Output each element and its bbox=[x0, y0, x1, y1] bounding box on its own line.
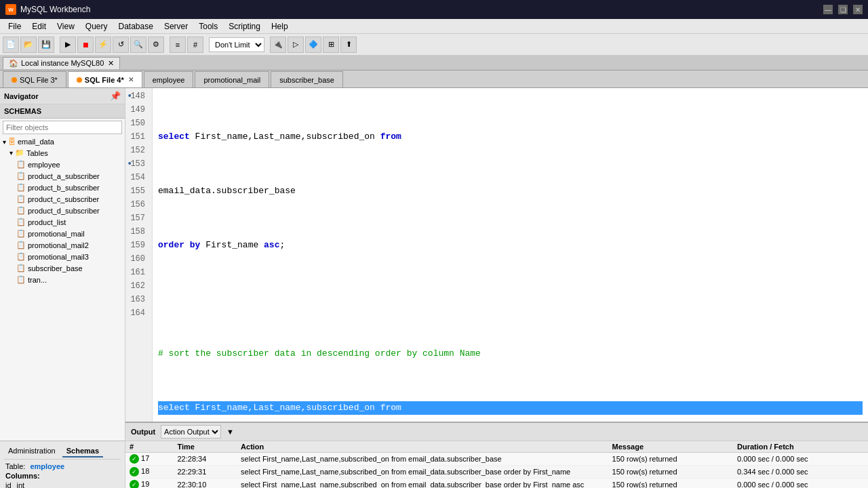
minimize-button[interactable]: — bbox=[823, 5, 833, 14]
tab-label-sqlfile4: SQL File 4* bbox=[85, 76, 124, 84]
sidebar-tab-admin[interactable]: Administration bbox=[4, 445, 60, 458]
schema-button[interactable]: 🔷 bbox=[305, 37, 321, 53]
tree-item-promo-mail3[interactable]: 📋 promotional_mail3 bbox=[0, 251, 125, 262]
stop-button[interactable]: ⏹ bbox=[77, 37, 94, 53]
editor-content[interactable]: select First_name,Last_name,subscribed_o… bbox=[153, 88, 868, 422]
tree-label-product-c: product_c_subscriber bbox=[28, 195, 99, 203]
info-section: Table: employee Columns: id int salary i… bbox=[4, 460, 121, 488]
tree-item-subscriber-base[interactable]: 📋 subscriber_base bbox=[0, 262, 125, 274]
col-header-message: Message bbox=[608, 441, 733, 453]
menu-server[interactable]: Server bbox=[159, 20, 193, 33]
sidebar: Navigator 📌 SCHEMAS ▾ 🗄 email_data ▾ 📁 T… bbox=[0, 88, 125, 488]
tree-item-employee[interactable]: 📋 employee bbox=[0, 159, 125, 170]
tree-item-promo-mail2[interactable]: 📋 promotional_mail2 bbox=[0, 239, 125, 251]
tab-sqlfile3[interactable]: SQL File 3* bbox=[3, 71, 66, 87]
ln-158: 158 bbox=[125, 225, 149, 239]
info-label-row: Table: employee bbox=[5, 462, 119, 470]
ln-159: 159 bbox=[125, 239, 149, 252]
table-icon-promo: 📋 bbox=[16, 229, 26, 238]
main-area: Navigator 📌 SCHEMAS ▾ 🗄 email_data ▾ 📁 T… bbox=[0, 88, 868, 488]
table-icon-product-d: 📋 bbox=[16, 206, 26, 215]
tree-item-product-d[interactable]: 📋 product_d_subscriber bbox=[0, 205, 125, 216]
tree-label-product-b: product_b_subscriber bbox=[28, 184, 100, 192]
folder-icon: 📁 bbox=[15, 148, 24, 157]
tab-subscriber-base[interactable]: subscriber_base bbox=[271, 71, 343, 87]
new-file-button[interactable]: 📄 bbox=[3, 37, 19, 53]
refresh-button[interactable]: ↺ bbox=[113, 37, 129, 53]
table-row: ✓ 19 22:30:10 select First_name,Last_nam… bbox=[125, 479, 868, 489]
tree-item-tran[interactable]: 📋 tran... bbox=[0, 274, 125, 285]
tree-item-tables[interactable]: ▾ 📁 Tables bbox=[0, 147, 125, 159]
ln-160: 160 bbox=[125, 252, 149, 266]
app-icon: W bbox=[5, 4, 16, 15]
menu-file[interactable]: File bbox=[3, 20, 26, 33]
table-icon-tran: 📋 bbox=[16, 275, 26, 284]
limit-dropdown[interactable]: Don't Limit bbox=[209, 37, 264, 52]
tree-item-product-list[interactable]: 📋 product_list bbox=[0, 216, 125, 228]
tree-label-tables: Tables bbox=[26, 149, 48, 157]
info-columns: id int salary int bbox=[5, 481, 119, 488]
ln-149: 149 bbox=[125, 103, 149, 117]
database-icon: 🗄 bbox=[8, 138, 16, 146]
comment-button[interactable]: # bbox=[187, 37, 203, 53]
tree-item-promo-mail[interactable]: 📋 promotional_mail bbox=[0, 228, 125, 239]
tab-active-modified-indicator bbox=[77, 77, 82, 83]
tree-item-email-data[interactable]: ▾ 🗄 email_data bbox=[0, 136, 125, 147]
grid-button[interactable]: ⊞ bbox=[323, 37, 339, 53]
output-dropdown-arrow[interactable]: ▼ bbox=[226, 428, 234, 436]
format-button[interactable]: ≡ bbox=[170, 37, 186, 53]
sidebar-pin-icon[interactable]: 📌 bbox=[110, 91, 121, 101]
tab-sqlfile4[interactable]: SQL File 4* ✕ bbox=[68, 71, 142, 87]
code-line-149: email_data.subscriber_base bbox=[158, 184, 863, 198]
table-icon-employee: 📋 bbox=[16, 160, 26, 169]
search-button[interactable]: 🔍 bbox=[130, 37, 146, 53]
plug-button[interactable]: 🔌 bbox=[270, 37, 286, 53]
menu-database[interactable]: Database bbox=[113, 20, 159, 33]
tab-label-subscriber: subscriber_base bbox=[279, 76, 334, 84]
sidebar-tab-schemas[interactable]: Schemas bbox=[62, 445, 103, 458]
menu-edit[interactable]: Edit bbox=[26, 20, 52, 33]
code-line-153: select First_name,Last_name,subscribed_o… bbox=[158, 401, 863, 415]
code-line-152: # sort the subscriber data in descending… bbox=[158, 347, 863, 361]
export-button[interactable]: ⬆ bbox=[340, 37, 357, 53]
tab-close-icon[interactable]: ✕ bbox=[128, 76, 134, 83]
menu-tools[interactable]: Tools bbox=[193, 20, 223, 33]
output-panel: Output Action Output ▼ # Time Action Mes… bbox=[125, 422, 868, 488]
execute-all-button[interactable]: ▶ bbox=[60, 37, 76, 53]
tree-item-product-c[interactable]: 📋 product_c_subscriber bbox=[0, 193, 125, 205]
home-icon: 🏠 bbox=[9, 59, 18, 68]
menu-view[interactable]: View bbox=[52, 20, 80, 33]
tree-item-product-b[interactable]: 📋 product_b_subscriber bbox=[0, 182, 125, 193]
save-button[interactable]: 💾 bbox=[38, 37, 54, 53]
connection-tab[interactable]: 🏠 Local instance MySQL80 ✕ bbox=[3, 57, 120, 69]
filter-box bbox=[0, 119, 125, 136]
filter-input[interactable] bbox=[3, 121, 122, 134]
open-button[interactable]: 📂 bbox=[20, 37, 37, 53]
tree-label-promo: promotional_mail bbox=[28, 230, 85, 238]
tab-label-sqlfile3: SQL File 3* bbox=[20, 76, 58, 84]
maximize-button[interactable]: ❑ bbox=[838, 5, 848, 14]
menu-help[interactable]: Help bbox=[266, 20, 294, 33]
ln-153: 153 bbox=[125, 157, 149, 171]
menu-query[interactable]: Query bbox=[80, 20, 113, 33]
run-script-button[interactable]: ▷ bbox=[288, 37, 304, 53]
table-icon-sub: 📋 bbox=[16, 264, 26, 272]
settings-button[interactable]: ⚙ bbox=[148, 37, 164, 53]
tab-employee[interactable]: employee bbox=[144, 71, 194, 87]
status-ok-icon: ✓ bbox=[130, 467, 139, 476]
sidebar-header: Navigator 📌 bbox=[0, 88, 125, 104]
execute-button[interactable]: ⚡ bbox=[95, 37, 111, 53]
tab-promotional-mail[interactable]: promotional_mail bbox=[195, 71, 269, 87]
tree-item-product-a[interactable]: 📋 product_a_subscriber bbox=[0, 170, 125, 182]
code-line-148: select First_name,Last_name,subscribed_o… bbox=[158, 130, 863, 144]
menu-bar: File Edit View Query Database Server Too… bbox=[0, 19, 868, 34]
connection-close-icon[interactable]: ✕ bbox=[108, 59, 114, 68]
table-icon-product-list: 📋 bbox=[16, 218, 26, 226]
close-button[interactable]: ✕ bbox=[853, 5, 863, 14]
output-type-dropdown[interactable]: Action Output bbox=[161, 425, 221, 439]
editor[interactable]: 148 149 150 151 152 153 154 155 156 157 … bbox=[125, 88, 868, 422]
ln-150: 150 bbox=[125, 117, 149, 130]
output-tbody: ✓ 17 22:28:34 select First_name,Last_nam… bbox=[125, 453, 868, 489]
code-line-151 bbox=[158, 293, 863, 306]
menu-scripting[interactable]: Scripting bbox=[223, 20, 266, 33]
